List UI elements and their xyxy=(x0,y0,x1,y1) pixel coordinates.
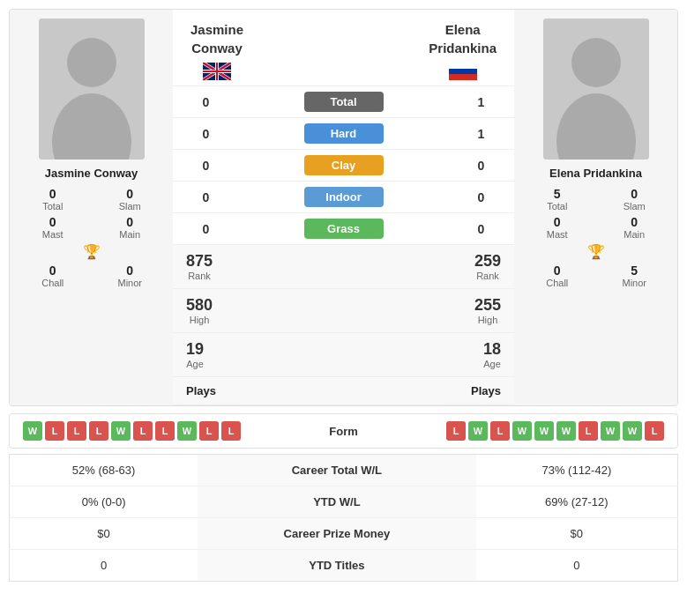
right-form-badge-9: L xyxy=(645,421,664,441)
right-minor-stat: 5 Minor xyxy=(601,263,669,288)
stats-left-value-3: 0 xyxy=(10,550,198,582)
form-row: WLLLWLLWLL Form LWLWWWLWWL xyxy=(10,414,677,448)
left-form-badge-0: W xyxy=(23,421,42,441)
surface-row-clay: 0 Clay 0 xyxy=(173,149,514,181)
left-player-name: Jasmine Conway xyxy=(45,167,138,180)
right-minor-label: Minor xyxy=(622,278,646,288)
left-plays: Plays xyxy=(186,384,216,397)
right-mast-label: Mast xyxy=(547,229,568,240)
left-form-badge-1: L xyxy=(45,421,64,441)
left-form-badge-5: L xyxy=(133,421,153,441)
surface-row-grass: 0 Grass 0 xyxy=(173,212,514,244)
left-total-label: Total xyxy=(42,201,63,212)
left-rank-value: 875 xyxy=(186,252,213,271)
svg-point-1 xyxy=(67,38,116,87)
rank-section: 875 Rank 259 Rank xyxy=(173,244,514,288)
left-form-badge-9: L xyxy=(221,421,241,441)
right-rank-box: 259 Rank xyxy=(474,252,501,281)
left-minor-value: 0 xyxy=(126,263,133,278)
left-total-stat: 0 Total xyxy=(19,187,87,212)
left-form-badge-7: W xyxy=(177,421,197,441)
left-age-box: 19 Age xyxy=(186,340,204,369)
stats-left-value-2: $0 xyxy=(10,518,198,550)
left-form-badge-8: L xyxy=(199,421,219,441)
right-form-badge-6: L xyxy=(579,421,598,441)
player-comparison: Jasmine Conway 0 Total 0 Slam 0 Mast 0 M… xyxy=(9,9,678,406)
right-slam-stat: 0 Slam xyxy=(601,187,669,212)
left-minor-label: Minor xyxy=(117,278,142,288)
stats-label-1: YTD W/L xyxy=(198,486,475,518)
stats-right-value-3: 0 xyxy=(476,550,678,582)
right-score-indoor: 0 xyxy=(470,190,492,204)
right-score-total: 1 xyxy=(470,95,492,109)
left-score-total: 0 xyxy=(195,95,217,109)
left-main-value: 0 xyxy=(126,215,133,229)
left-slam-value: 0 xyxy=(126,187,133,201)
right-total-label: Total xyxy=(547,201,567,212)
left-high-value: 580 xyxy=(186,296,213,315)
form-label: Form xyxy=(273,425,414,438)
right-score-clay: 0 xyxy=(470,159,492,173)
left-chall-label: Chall xyxy=(41,278,63,288)
age-section: 19 Age 18 Age xyxy=(173,332,514,376)
left-rank-label: Rank xyxy=(186,271,213,281)
left-mast-value: 0 xyxy=(49,215,56,229)
right-total-stat: 5 Total xyxy=(523,187,592,212)
right-chall-label: Chall xyxy=(546,278,568,288)
left-chall-value: 0 xyxy=(49,263,56,278)
stats-row-3: 0 YTD Titles 0 xyxy=(10,550,678,582)
svg-rect-12 xyxy=(449,63,477,69)
right-flag-icon xyxy=(449,63,477,80)
svg-rect-14 xyxy=(449,74,477,80)
right-total-value: 5 xyxy=(554,187,561,201)
right-form-badge-3: W xyxy=(512,421,532,441)
right-mast-value: 0 xyxy=(554,215,561,229)
right-trophy-icon: 🏆 xyxy=(587,243,605,260)
right-player-avatar xyxy=(543,19,649,160)
right-high-label: High xyxy=(474,315,501,325)
left-score-grass: 0 xyxy=(195,222,217,236)
surface-badge-clay: Clay xyxy=(304,155,384,175)
stats-row-0: 52% (68-63) Career Total W/L 73% (112-42… xyxy=(10,455,678,486)
right-high-box: 255 High xyxy=(474,296,501,325)
right-form-badges: LWLWWWLWWL xyxy=(414,421,665,441)
right-main-label: Main xyxy=(624,229,645,240)
right-player-card: Elena Pridankina 5 Total 0 Slam 0 Mast 0… xyxy=(514,10,677,405)
high-section: 580 High 255 High xyxy=(173,288,514,332)
right-form-badge-7: W xyxy=(601,421,620,441)
right-form-badge-1: W xyxy=(468,421,488,441)
surface-row-hard: 0 Hard 1 xyxy=(173,117,514,149)
surface-row-indoor: 0 Indoor 0 xyxy=(173,181,514,212)
left-player-stats: 0 Total 0 Slam 0 Mast 0 Main xyxy=(19,187,164,240)
surfaces-container: 0 Total 1 0 Hard 1 0 Clay 0 0 Indoor 0 0… xyxy=(173,85,514,244)
left-trophy-icon: 🏆 xyxy=(83,243,101,260)
left-mast-trophy: 0 Mast xyxy=(19,215,87,240)
stats-left-value-1: 0% (0-0) xyxy=(10,486,198,518)
right-form-badge-5: W xyxy=(556,421,576,441)
left-player-name-center: Jasmine Conway xyxy=(190,20,243,80)
surface-badge-grass: Grass xyxy=(304,219,384,239)
left-slam-label: Slam xyxy=(119,201,141,212)
right-rank-label: Rank xyxy=(474,271,501,281)
right-rank-value: 259 xyxy=(474,252,501,271)
right-player-stats2: 0 Chall 5 Minor xyxy=(523,263,668,288)
left-form-badges: WLLLWLLWLL xyxy=(23,421,273,441)
stats-row-2: $0 Career Prize Money $0 xyxy=(10,518,678,550)
surface-row-total: 0 Total 1 xyxy=(173,85,514,117)
left-score-hard: 0 xyxy=(195,127,217,141)
left-total-value: 0 xyxy=(49,187,56,201)
right-slam-value: 0 xyxy=(631,187,638,201)
center-area: Jasmine Conway xyxy=(173,10,514,405)
svg-rect-11 xyxy=(216,63,218,80)
right-age-label: Age xyxy=(483,359,501,369)
left-high-label: High xyxy=(186,315,213,325)
right-plays: Plays xyxy=(471,384,501,397)
right-minor-value: 5 xyxy=(631,263,638,278)
stats-right-value-0: 73% (112-42) xyxy=(476,455,678,486)
svg-rect-13 xyxy=(449,69,477,74)
right-slam-label: Slam xyxy=(624,201,646,212)
left-score-indoor: 0 xyxy=(195,190,217,204)
form-section: WLLLWLLWLL Form LWLWWWLWWL xyxy=(9,413,678,449)
surface-badge-total: Total xyxy=(304,92,384,112)
left-minor-stat: 0 Minor xyxy=(96,263,165,288)
